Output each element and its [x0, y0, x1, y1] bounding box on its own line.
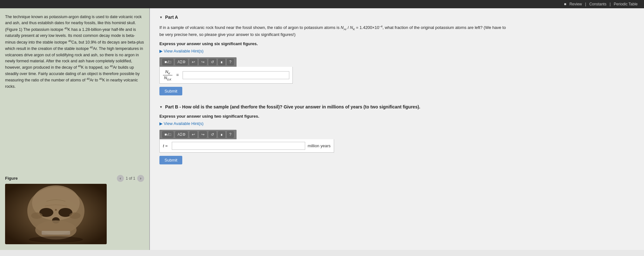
part-a-hint-toggle[interactable]: ▶ View Available Hint(s) [159, 49, 634, 53]
part-b-input[interactable] [172, 142, 305, 150]
part-a-input[interactable] [183, 71, 289, 79]
part-a-express-label: Express your answer using six significan… [159, 41, 634, 46]
figure-nav-text: 1 of 1 [126, 176, 135, 182]
part-a-toolbar-container: ■√□ ΑΣΦ ↩ ↪ ↺ ∎ ? NK N0,K = [159, 57, 293, 84]
part-a-equals: = [176, 73, 179, 78]
svg-point-7 [69, 212, 81, 219]
toolbar-greek-button-a[interactable]: ΑΣΦ [175, 59, 188, 65]
part-a-math-toolbar: ■√□ ΑΣΦ ↩ ↪ ↺ ∎ ? [159, 57, 237, 67]
part-b-title: Part B - How old is the sample (and ther… [165, 104, 420, 109]
left-panel: The technique known as potassium-argon d… [0, 8, 149, 250]
toolbar-reset-button-a[interactable]: ↺ [209, 59, 216, 65]
part-b-submit-button[interactable]: Submit [159, 156, 182, 164]
fossil-image [5, 184, 107, 244]
figure-header: Figure ‹ 1 of 1 › [5, 175, 144, 182]
part-a-fraction-label: NK N0,K [163, 69, 172, 81]
part-b-toolbar-container: ■√□ ΑΣΦ ↩ ↪ ↺ ∎ ? t = million years [159, 130, 334, 153]
part-a-submit-button[interactable]: Submit [159, 87, 182, 95]
part-b-header: ▼ Part B - How old is the sample (and th… [159, 104, 634, 109]
figure-prev-button[interactable]: ‹ [117, 175, 124, 182]
right-panel: ▼ Part A If in a sample of volcanic rock… [150, 8, 644, 250]
part-b-input-row: t = million years [159, 139, 334, 153]
part-a-title: Part A [165, 15, 178, 20]
part-a-description: If in a sample of volcanic rock found ne… [159, 24, 509, 38]
part-a-header: ▼ Part A [159, 15, 634, 20]
svg-point-6 [31, 212, 43, 219]
toolbar-keyboard-button-a[interactable]: ∎ [218, 59, 225, 65]
toolbar-help-button-a[interactable]: ? [227, 59, 234, 65]
part-b-express-label: Express your answer using two significan… [159, 114, 634, 119]
review-icon: ■ [564, 2, 566, 6]
part-b-hint-toggle[interactable]: ▶ View Available Hint(s) [159, 121, 634, 126]
part-a-triangle[interactable]: ▼ [159, 16, 163, 19]
toolbar-redo-button-a[interactable]: ↪ [199, 59, 207, 65]
svg-rect-9 [42, 231, 70, 235]
part-b-math-toolbar: ■√□ ΑΣΦ ↩ ↪ ↺ ∎ ? [159, 130, 237, 139]
toolbar-reset-button-b[interactable]: ↺ [209, 131, 216, 138]
part-a-submit-container: Submit [159, 84, 634, 95]
svg-point-11 [29, 236, 83, 243]
main-layout: The technique known as potassium-argon d… [0, 8, 644, 250]
toolbar-greek-button-b[interactable]: ΑΣΦ [175, 131, 188, 138]
review-link[interactable]: Review [569, 2, 582, 6]
toolbar-help-button-b[interactable]: ? [227, 131, 234, 138]
part-a-input-row: NK N0,K = [159, 67, 293, 84]
part-b-submit-container: Submit [159, 153, 634, 164]
figure-section: Figure ‹ 1 of 1 › [5, 175, 144, 244]
constants-link[interactable]: Constants [589, 2, 607, 6]
figure-nav: ‹ 1 of 1 › [117, 175, 144, 182]
figure-next-button[interactable]: › [137, 175, 144, 182]
toolbar-redo-button-b[interactable]: ↪ [199, 131, 207, 138]
toolbar-keyboard-button-b[interactable]: ∎ [218, 131, 225, 138]
problem-text: The technique known as potassium-argon d… [5, 14, 144, 172]
part-b-t-label: t = [163, 143, 169, 148]
part-b-section: ▼ Part B - How old is the sample (and th… [159, 104, 634, 164]
part-b-triangle[interactable]: ▼ [159, 105, 163, 109]
part-b-unit-label: million years [308, 143, 331, 148]
sep1: | [585, 2, 586, 6]
sep2: | [610, 2, 611, 6]
svg-point-10 [55, 209, 57, 211]
toolbar-matrix-button-a[interactable]: ■√□ [162, 59, 173, 65]
figure-label: Figure [5, 175, 18, 182]
toolbar-matrix-button-b[interactable]: ■√□ [162, 131, 173, 138]
toolbar-undo-button-b[interactable]: ↩ [190, 131, 197, 138]
periodic-table-link[interactable]: Periodic Table [614, 2, 638, 6]
toolbar-undo-button-a[interactable]: ↩ [190, 59, 197, 65]
top-bar: ■ Review | Constants | Periodic Table [0, 0, 644, 8]
